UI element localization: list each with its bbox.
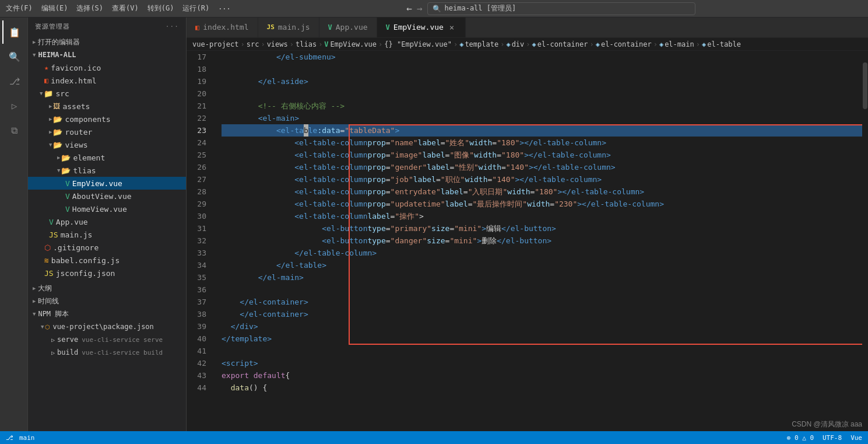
code-line-28[interactable]: <el-table-column prop="entrydate" label=… [222,186,862,198]
file-gitignore[interactable]: ⬡ .gitignore [28,241,186,254]
file-jsconfig[interactable]: JS jsconfig.json [28,267,186,279]
breadcrumb-el-container1[interactable]: el-container [537,40,588,48]
code-line-37[interactable]: </el-container> [222,296,862,308]
code-line-34[interactable]: </el-table> [222,259,862,271]
scrollbar-vertical[interactable] [862,51,868,431]
activity-bar-debug[interactable]: ▷ [2,94,26,117]
code-line-33[interactable]: </el-table-column> [222,247,862,259]
code-line-22[interactable]: <el-main> [222,112,862,124]
breadcrumb-el-container1-icon: ◈ [532,40,536,48]
npm-build[interactable]: ▷ build vue-cli-service build [28,346,186,359]
status-encoding: UTF-8 [823,434,842,442]
code-line-35[interactable]: </el-main> [222,271,862,284]
code-editor[interactable]: 17 18 19 20 21 22 23 24 25 26 27 28 29 3… [187,51,868,431]
tab-emp-view-vue[interactable]: V EmpView.vue × [377,18,466,37]
search-bar[interactable]: 🔍 heima-all [管理员] [427,2,695,15]
folder-element[interactable]: ▶ 📂 element [28,151,186,164]
code-line-20[interactable] [222,88,862,100]
activity-bar-source[interactable]: ⎇ [2,69,26,93]
npm-run-build-icon: ▷ [51,349,55,356]
tab-index-html[interactable]: ◧ index.html [187,18,258,37]
file-aboutview[interactable]: V AboutView.vue [28,190,186,202]
file-index-html[interactable]: ◧ index.html [28,74,186,87]
folder-router[interactable]: ▶ 📂 router [28,125,186,138]
nav-back-button[interactable]: ← [406,3,412,14]
breadcrumb-empview[interactable]: EmpView.vue [331,40,377,48]
breadcrumb-tlias[interactable]: tlias [296,40,317,48]
code-line-23[interactable]: <el-table :data="tableData"> [222,124,862,137]
breadcrumb-el-container2[interactable]: el-container [601,40,652,48]
code-line-27[interactable]: <el-table-column prop="job" label="职位" w… [222,173,862,186]
code-line-18[interactable] [222,63,862,75]
folder-tlias[interactable]: ▼ 📂 tlias [28,164,186,177]
npm-serve-command: vue-cli-service serve [82,336,163,344]
menu-edit[interactable]: 编辑(E) [41,4,68,13]
file-babel[interactable]: ≋ babel.config.js [28,254,186,267]
folder-src[interactable]: ▼ 📁 src [28,87,186,100]
menu-run[interactable]: 运行(R) [182,4,209,13]
file-app-vue[interactable]: V App.vue [28,215,186,228]
breadcrumb-template[interactable]: template [465,40,498,48]
code-line-36[interactable] [222,284,862,296]
line-num-30: 30 [187,210,211,222]
code-line-19[interactable]: </el-aside> [222,75,862,88]
breadcrumb-src[interactable]: src [247,40,259,48]
breadcrumb-el-main[interactable]: el-main [665,40,694,48]
section-outline[interactable]: ▶ 大纲 [28,282,186,295]
breadcrumb-vue-project[interactable]: vue-project [192,40,238,48]
code-line-41[interactable] [222,345,862,357]
npm-package[interactable]: ▼ ⬡ vue-project\package.json [28,320,186,333]
homeview-vue-icon: V [65,205,70,214]
file-empview[interactable]: V EmpView.vue [28,177,186,190]
heima-all-label: HEIMA-ALL [38,51,76,59]
file-favicon[interactable]: ★ favicon.ico [28,61,186,74]
code-line-44[interactable]: data() { [222,382,862,394]
section-npm[interactable]: ▼ NPM 脚本 [28,307,186,320]
folder-views[interactable]: ▼ 📂 views [28,138,186,151]
activity-bar-explorer[interactable]: 📋 [2,20,26,44]
section-heima-all[interactable]: ▼ HEIMA-ALL [28,48,186,61]
code-line-25[interactable]: <el-table-column prop="image" label="图像"… [222,149,862,161]
file-homeview[interactable]: V HomeView.vue [28,202,186,215]
code-line-38[interactable]: </el-container> [222,308,862,320]
section-timeline[interactable]: ▶ 时间线 [28,295,186,307]
status-branch-name: main [19,434,35,442]
folder-assets[interactable]: ▶ 🖼 assets [28,100,186,113]
code-line-43[interactable]: export default { [222,369,862,382]
npm-serve[interactable]: ▷ serve vue-cli-service serve [28,333,186,346]
code-line-39[interactable]: </div> [222,320,862,333]
breadcrumb-views[interactable]: views [267,40,288,48]
tab-main-js[interactable]: JS main.js [258,18,319,37]
breadcrumb-el-table[interactable]: el-table [707,40,741,48]
activity-bar-search[interactable]: 🔍 [2,45,26,68]
line-num-33: 33 [187,247,211,259]
breadcrumb-empview-quote[interactable]: {} "EmpView.vue" [384,40,452,48]
menu-select[interactable]: 选择(S) [76,4,103,13]
activity-bar-extensions[interactable]: ⧉ [2,118,26,142]
code-lines[interactable]: </el-submenu> </el-aside> [216,51,862,431]
code-line-30[interactable]: <el-table-column label="操作" > [222,210,862,222]
code-line-26[interactable]: <el-table-column prop="gender" label="性别… [222,161,862,173]
code-line-32[interactable]: <el-button type="danger" size="mini">删除<… [222,235,862,247]
emp-view-tab-close[interactable]: × [447,23,456,32]
explorer-dots[interactable]: ··· [166,23,179,30]
code-line-42[interactable]: <script> [222,357,862,369]
code-line-40[interactable]: </template> [222,333,862,345]
code-line-17[interactable]: </el-submenu> [222,51,862,63]
code-line-29[interactable]: <el-table-column prop="updatetime" label… [222,198,862,210]
app-vue-label: App.vue [56,218,88,226]
folder-components[interactable]: ▶ 📂 components [28,113,186,125]
menu-goto[interactable]: 转到(G) [147,4,174,13]
file-main-js[interactable]: JS main.js [28,228,186,241]
code-line-21[interactable]: <!-- 右侧核心内容 --> [222,100,862,112]
code-line-31[interactable]: <el-button type="primary" size="mini">编辑… [222,222,862,235]
nav-forward-button[interactable]: → [417,3,423,14]
tab-app-vue[interactable]: V App.vue [319,18,377,37]
section-open-editors[interactable]: ▶ 打开的编辑器 [28,36,186,48]
code-line-24[interactable]: <el-table-column prop="name" label="姓名" … [222,137,862,149]
breadcrumb-sep9: › [590,40,594,48]
menu-more[interactable]: ··· [218,5,231,13]
breadcrumb-div[interactable]: div [512,40,525,48]
menu-view[interactable]: 查看(V) [112,4,139,13]
menu-file[interactable]: 文件(F) [6,4,33,13]
